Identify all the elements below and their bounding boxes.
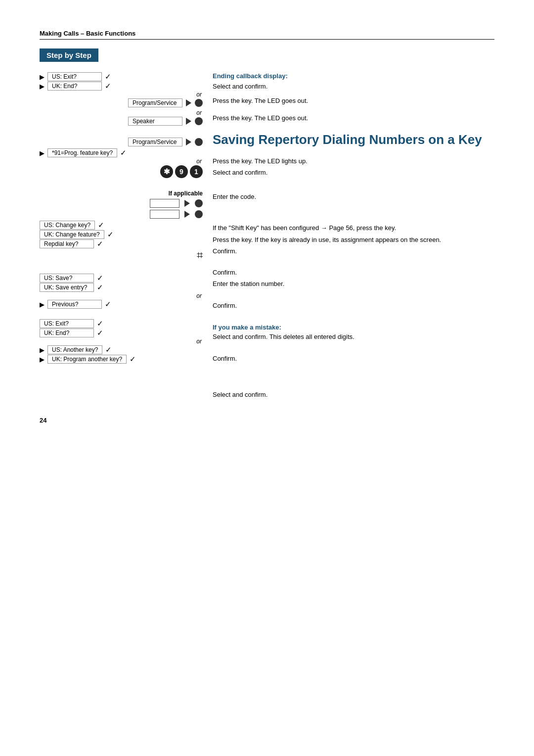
- mistake-title: If you make a mistake:: [213, 324, 494, 331]
- right-text-enter-code: Enter the code.: [213, 192, 494, 202]
- right-text-select-confirm-1: Select and confirm.: [213, 82, 494, 92]
- arrow-icon: ▶: [40, 356, 45, 363]
- page-header: Making Calls – Basic Functions: [40, 30, 494, 40]
- menu-box-us-exit-2[interactable]: US: Exit?: [40, 319, 94, 328]
- list-item: ▶ *91=Prog. feature key? ✓: [40, 148, 203, 157]
- check-icon: ✓: [97, 319, 103, 328]
- check-icon: ✓: [97, 329, 103, 337]
- list-item: UK: End? ✓: [40, 329, 203, 337]
- page-header-title: Making Calls – Basic Functions: [40, 30, 135, 37]
- menu-box-change-key[interactable]: US: Change key?: [40, 221, 95, 230]
- menu-box-us-exit[interactable]: US: Exit?: [47, 72, 102, 81]
- list-item: Repdial key? ✓: [40, 239, 203, 248]
- arrow-icon: ▶: [40, 73, 45, 81]
- small-rect-btn-2[interactable]: [150, 210, 179, 219]
- list-item: ▶ US: Another key? ✓: [40, 345, 203, 354]
- or-text: or: [40, 109, 203, 116]
- keypad-row: ⌗: [40, 249, 203, 262]
- list-item: Speaker: [40, 117, 203, 126]
- list-item: ▶ UK: Program another key? ✓: [40, 355, 203, 364]
- check-icon: ✓: [98, 221, 104, 230]
- menu-box-us-another-key[interactable]: US: Another key?: [47, 345, 102, 354]
- right-text-confirm-3: Confirm.: [213, 301, 494, 311]
- check-icon: ✓: [130, 355, 136, 364]
- check-icon: ✓: [120, 148, 127, 157]
- right-text-enter-station: Enter the station number.: [213, 279, 494, 289]
- led-triangle-icon: [186, 99, 191, 106]
- check-icon: ✓: [97, 274, 103, 283]
- arrow-icon: ▶: [40, 83, 45, 90]
- list-item: UK: Change feature? ✓: [40, 230, 203, 239]
- num9-icon: 9: [175, 165, 188, 178]
- list-item: ▶ Previous? ✓: [40, 300, 203, 309]
- led-circle-icon: [195, 117, 203, 125]
- right-text-key-in-use: Press the key. If the key is already in …: [213, 235, 494, 245]
- or-text: or: [40, 158, 203, 165]
- arrow-icon: ▶: [40, 301, 45, 308]
- check-icon: ✓: [107, 230, 114, 239]
- list-item: Program/Service: [40, 98, 203, 107]
- program-service-btn[interactable]: Program/Service: [128, 98, 182, 107]
- list-item: ▶ US: Exit? ✓: [40, 72, 203, 81]
- led-circle-icon: [195, 138, 203, 146]
- check-icon: ✓: [105, 300, 111, 309]
- ending-callback-title: Ending callback display:: [213, 72, 494, 80]
- small-rect-btn-1[interactable]: [150, 199, 179, 208]
- or-text: or: [40, 292, 203, 299]
- led-triangle-icon: [186, 118, 191, 125]
- check-icon: ✓: [105, 345, 112, 354]
- arrow-icon: ▶: [40, 149, 45, 157]
- list-item: UK: Save entry? ✓: [40, 283, 203, 292]
- list-item: US: Change key? ✓: [40, 221, 203, 230]
- program-service-btn-2[interactable]: Program/Service: [128, 138, 182, 146]
- menu-box-us-save[interactable]: US: Save?: [40, 274, 94, 283]
- right-text-select-confirm-another: Select and confirm.: [213, 390, 494, 400]
- menu-box-previous[interactable]: Previous?: [47, 300, 102, 309]
- led-triangle-icon: [184, 200, 190, 207]
- led-triangle-icon: [184, 211, 190, 218]
- page-number: 24: [40, 417, 494, 424]
- right-text-led-out-2: Press the key. The LED goes out.: [213, 113, 494, 123]
- right-text-led-out-1: Press the key. The LED goes out.: [213, 96, 494, 106]
- or-text: or: [40, 338, 203, 345]
- right-text-led-up: Press the key. The LED lights up.: [213, 156, 494, 166]
- right-column: Ending callback display: Select and conf…: [208, 70, 494, 402]
- right-text-confirm-exit: Confirm.: [213, 354, 494, 364]
- left-column: ▶ US: Exit? ✓ ▶ UK: End? ✓ or Program/Se…: [40, 70, 208, 402]
- menu-box-uk-end[interactable]: UK: End?: [47, 82, 102, 91]
- check-icon: ✓: [97, 239, 103, 248]
- check-icon: ✓: [97, 283, 103, 292]
- menu-box-uk-end-2[interactable]: UK: End?: [40, 329, 94, 337]
- right-text-confirm-1: Confirm.: [213, 246, 494, 256]
- list-item: [40, 210, 203, 219]
- right-text-select-confirm-mistake: Select and confirm. This deletes all ent…: [213, 332, 494, 342]
- saving-title: Saving Repertory Dialing Numbers on a Ke…: [213, 132, 494, 147]
- code-icons-row: ✱ 9 1: [40, 165, 203, 178]
- led-circle-icon: [195, 99, 203, 107]
- menu-box-prog-feature[interactable]: *91=Prog. feature key?: [47, 148, 117, 157]
- star-icon: ✱: [160, 165, 173, 178]
- menu-box-uk-save-entry[interactable]: UK: Save entry?: [40, 283, 94, 292]
- step-by-step-box: Step by Step: [40, 48, 98, 62]
- led-triangle-icon: [186, 139, 191, 145]
- check-icon: ✓: [105, 72, 111, 81]
- menu-box-change-feature[interactable]: UK: Change feature?: [40, 230, 104, 239]
- menu-box-repdial[interactable]: Repdial key?: [40, 239, 94, 248]
- list-item: ▶ UK: End? ✓: [40, 82, 203, 91]
- list-item: US: Save? ✓: [40, 274, 203, 283]
- arrow-icon: ▶: [40, 346, 45, 354]
- right-text-select-confirm-2: Select and confirm.: [213, 168, 494, 178]
- or-text: or: [40, 91, 203, 98]
- menu-box-uk-program-another[interactable]: UK: Program another key?: [47, 355, 127, 364]
- if-applicable-label: If applicable: [40, 190, 203, 197]
- led-circle-icon: [195, 210, 203, 218]
- led-circle-icon: [195, 199, 203, 207]
- list-item: [40, 199, 203, 208]
- speaker-btn[interactable]: Speaker: [128, 117, 182, 126]
- check-icon: ✓: [105, 82, 111, 91]
- right-text-shift-key: If the "Shift Key" has been configured →…: [213, 223, 494, 233]
- list-item: Program/Service: [40, 138, 203, 146]
- keypad-icon: ⌗: [197, 249, 203, 262]
- right-text-confirm-2: Confirm.: [213, 268, 494, 278]
- list-item: US: Exit? ✓: [40, 319, 203, 328]
